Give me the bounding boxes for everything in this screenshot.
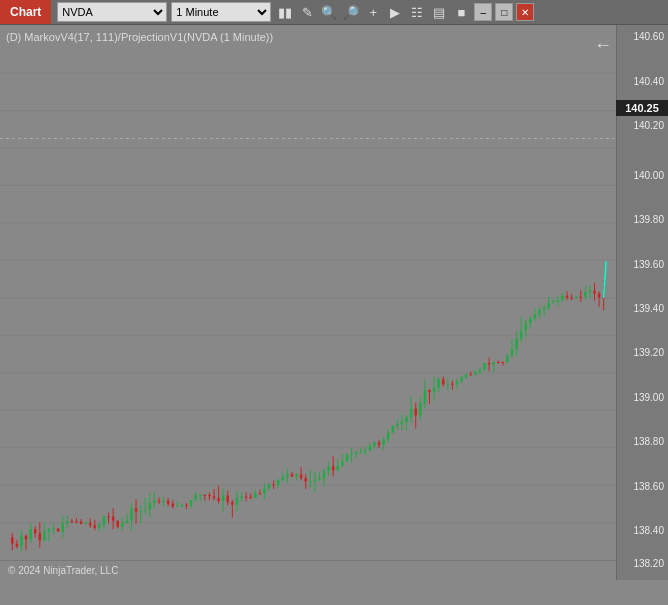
magnify-minus-icon[interactable]: 🔎 [341,2,361,22]
price-label: 140.40 [633,75,664,86]
price-label: 138.20 [633,558,664,569]
footer: © 2024 NinjaTrader, LLC [0,560,616,580]
price-label: 138.40 [633,525,664,536]
price-label: 139.60 [633,258,664,269]
copyright-text: © 2024 NinjaTrader, LLC [8,565,118,576]
timeframe-select[interactable]: 1 Minute [171,2,271,22]
price-label: 138.60 [633,480,664,491]
symbol-select[interactable]: NVDA [57,2,167,22]
layers-icon[interactable]: ☷ [407,2,427,22]
cursor-icon[interactable]: ▶ [385,2,405,22]
plus-icon[interactable]: + [363,2,383,22]
price-label: 139.00 [633,391,664,402]
indicator-label: (D) MarkovV4(17, 111)/ProjectionV1(NVDA … [6,31,273,43]
chart-type-icon[interactable]: ▤ [429,2,449,22]
price-label: 140.00 [633,169,664,180]
toolbar-icons: ▮▮ ✎ 🔍 🔎 + ▶ ☷ ▤ ■ – □ ✕ [275,2,534,22]
bar-chart-icon[interactable]: ▮▮ [275,2,295,22]
magnify-plus-icon[interactable]: 🔍 [319,2,339,22]
price-label: 140.60 [633,31,664,42]
price-label: 140.20 [633,119,664,130]
price-label: 139.20 [633,347,664,358]
price-axis: 140.60140.40140.20140.00139.80139.60139.… [616,25,668,580]
close-button[interactable]: ✕ [516,3,534,21]
title-bar: Chart NVDA 1 Minute ▮▮ ✎ 🔍 🔎 + ▶ ☷ ▤ ■ –… [0,0,668,25]
chart-canvas [0,25,616,580]
chart-area: (D) MarkovV4(17, 111)/ProjectionV1(NVDA … [0,25,668,580]
back-arrow-icon[interactable]: ← [594,35,612,56]
chart-tab[interactable]: Chart [0,0,51,24]
pencil-icon[interactable]: ✎ [297,2,317,22]
price-label: 139.40 [633,303,664,314]
color-icon[interactable]: ■ [451,2,471,22]
price-label: 138.80 [633,436,664,447]
minimize-button[interactable]: – [474,3,492,21]
price-label: 139.80 [633,214,664,225]
current-price-badge: 140.25 [616,100,668,116]
restore-button[interactable]: □ [495,3,513,21]
